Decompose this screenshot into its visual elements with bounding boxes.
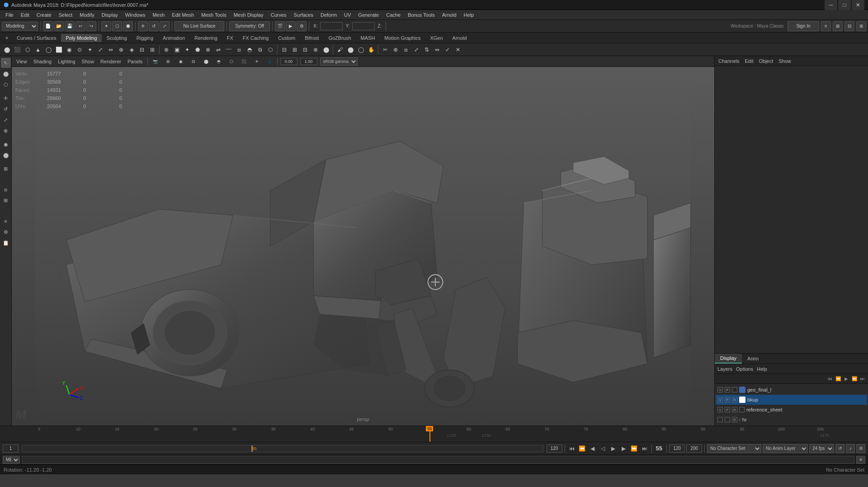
next-key-button[interactable]: ⏩ (630, 444, 639, 453)
menu-deform[interactable]: Deform (317, 11, 340, 19)
shelf-icon-boolean[interactable]: ⊗ (311, 45, 321, 55)
menu-arnold[interactable]: Arnold (439, 11, 460, 19)
shelf-icon-sculpt[interactable]: ⬤ (345, 45, 355, 55)
lasso-select-btn[interactable]: ⬡ (1, 80, 11, 90)
move-btn[interactable]: ✛ (1, 93, 11, 103)
go-end-button[interactable]: ⏭ (640, 444, 649, 453)
show-tab[interactable]: Show (778, 58, 791, 64)
menu-create[interactable]: Create (33, 11, 55, 19)
menu-curves[interactable]: Curves (267, 11, 290, 19)
menu-uv[interactable]: UV (340, 11, 354, 19)
vp-wire-btn[interactable]: ⬡ (226, 57, 236, 66)
vp-isolate-btn[interactable]: ◉ (176, 57, 186, 66)
end-frame-input[interactable] (547, 444, 562, 453)
layer-nav-btn3[interactable]: ▶ (843, 375, 850, 383)
layer-nav-btn1[interactable]: ⏮ (826, 375, 834, 383)
vp-menu-renderer[interactable]: Renderer (99, 58, 123, 65)
layer-r-ref[interactable]: R (732, 407, 737, 412)
range-end-input[interactable] (669, 444, 685, 453)
shelf-icon-multicut[interactable]: ✂ (380, 45, 390, 55)
command-clear-btn[interactable]: ✕ (856, 456, 865, 464)
playback-options-btn[interactable]: ⚙ (856, 444, 865, 453)
shelf-icon-bevel[interactable]: ◈ (127, 45, 137, 55)
shelf-icon-grab[interactable]: ✋ (366, 45, 376, 55)
shelf-icon-reduce[interactable]: ⧉ (255, 45, 265, 55)
rotate-btn[interactable]: ↺ (1, 104, 11, 114)
shelf-tab-arnold[interactable]: Arnold (448, 34, 472, 42)
edit-tab[interactable]: Edit (745, 58, 753, 64)
command-type-select[interactable]: MEL Python (3, 456, 20, 464)
new-scene-button[interactable]: 📄 (43, 21, 53, 31)
layer-p-ref[interactable]: P (725, 407, 730, 412)
fps-dropdown[interactable]: 24 fps (809, 444, 834, 453)
shelf-icon-sphere[interactable]: ⬤ (2, 45, 12, 55)
shelf-icon-wedge[interactable]: ⬟ (193, 45, 203, 55)
loop-btn[interactable]: ↺ (835, 444, 844, 453)
vp-light-btn[interactable]: ☀ (252, 57, 262, 66)
shelf-icon-disk[interactable]: ◉ (64, 45, 74, 55)
live-surface-button[interactable]: No Live Surface (175, 21, 224, 31)
layers-btn[interactable]: Layers (717, 366, 732, 372)
shelf-tab-curves-surfaces[interactable]: Curves / Surfaces (12, 34, 61, 42)
anim-layer-dropdown[interactable]: No Anim Layer (763, 444, 808, 453)
shelf-icon-plane[interactable]: ⬜ (54, 45, 64, 55)
shelf-tab-sculpting[interactable]: Sculpting (102, 34, 132, 42)
shelf-icon-merge[interactable]: ⊕ (116, 45, 126, 55)
shelf-icon-pipe[interactable]: ⊙ (75, 45, 85, 55)
layer-p-geo[interactable]: P (725, 387, 730, 392)
shelf-icon-symmetrize[interactable]: ⇔ (432, 45, 442, 55)
layer-editor-btn[interactable]: ≡ (1, 216, 11, 226)
vp-menu-lighting[interactable]: Lighting (56, 58, 77, 65)
shelf-icon-cylinder[interactable]: ⬡ (23, 45, 33, 55)
layer-r2-ref[interactable] (739, 407, 745, 412)
shelf-tab-bifrost[interactable]: Bifrost (300, 34, 323, 42)
scale-btn[interactable]: ⤢ (1, 115, 11, 125)
shelf-icon-crease[interactable]: 〰 (224, 45, 234, 55)
next-frame-button[interactable]: ▶ (619, 444, 628, 453)
character-set-dropdown[interactable]: No Character Set (707, 444, 761, 453)
rotate-tool-button[interactable]: ↺ (149, 21, 159, 31)
menu-mesh-display[interactable]: Mesh Display (230, 11, 267, 19)
shelf-icon-edge-loop[interactable]: ⊞ (147, 45, 157, 55)
grid-btn[interactable]: ⊞ (1, 195, 11, 205)
start-frame-input[interactable] (3, 444, 19, 453)
menu-windows[interactable]: Windows (122, 11, 149, 19)
display-tab[interactable]: Display (715, 354, 742, 364)
shelf-icon-retopology[interactable]: ⬡ (265, 45, 275, 55)
shelf-icon-flip[interactable]: ⇅ (422, 45, 432, 55)
select-mode-btn[interactable]: ↖ (1, 58, 11, 68)
shelf-icon-subdivide[interactable]: ⧈ (234, 45, 244, 55)
shelf-left-icon[interactable]: ≡ (2, 33, 12, 43)
layer-nav-btn5[interactable]: ⏭ (859, 375, 866, 383)
layer-r-bkup[interactable]: R (732, 397, 737, 402)
save-scene-button[interactable]: 💾 (65, 21, 75, 31)
menu-mesh-tools[interactable]: Mesh Tools (198, 11, 230, 19)
layer-row-ref[interactable]: V P R reference_sheet (716, 405, 867, 415)
shelf-icon-relax[interactable]: ◯ (356, 45, 366, 55)
shelf-icon-combine[interactable]: ⊞ (290, 45, 300, 55)
shelf-tab-xgen[interactable]: XGen (425, 34, 447, 42)
object-tab[interactable]: Object (759, 58, 773, 64)
menu-modify[interactable]: Modify (76, 11, 98, 19)
shelf-icon-x[interactable]: ✕ (453, 45, 463, 55)
shelf-tab-animation[interactable]: Animation (158, 34, 189, 42)
vp-value2-input[interactable] (300, 58, 317, 65)
minimize-button[interactable]: ─ (825, 0, 837, 10)
shelf-icon-offset[interactable]: ⧈ (401, 45, 411, 55)
vp-shade2-btn[interactable]: ◓ (214, 57, 224, 66)
render-button[interactable]: 🎬 (275, 21, 285, 31)
outliner-btn[interactable]: 📋 (1, 238, 11, 248)
sign-in-button[interactable]: Sign In (788, 21, 819, 31)
shelf-icon-connect[interactable]: ⊕ (391, 45, 401, 55)
soft-mod-btn[interactable]: ◉ (1, 139, 11, 149)
vp-texture-btn[interactable]: ⬛ (239, 57, 249, 66)
menu-mesh[interactable]: Mesh (149, 11, 168, 19)
vp-menu-show[interactable]: Show (80, 58, 96, 65)
go-start-button[interactable]: ⏮ (567, 444, 576, 453)
paint-select-btn[interactable]: ⬤ (1, 69, 11, 79)
layer-v-geo[interactable]: V (717, 387, 723, 392)
shelf-icon-select-by-type[interactable]: ✦ (85, 45, 95, 55)
shelf-tab-custom[interactable]: Custom (274, 34, 300, 42)
menu-surfaces[interactable]: Surfaces (290, 11, 317, 19)
lasso-button[interactable]: ⬡ (112, 21, 122, 31)
